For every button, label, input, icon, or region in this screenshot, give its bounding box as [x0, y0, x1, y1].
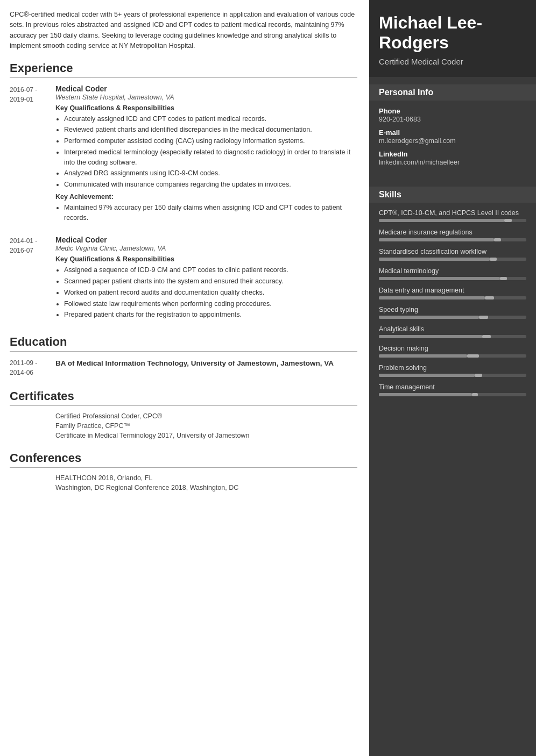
- skill-bar-fill: [379, 335, 482, 338]
- skill-bar-fill: [379, 374, 475, 377]
- phone-label: Phone: [379, 107, 526, 115]
- conf-spacer: [10, 474, 55, 482]
- cert-text: Family Practice, CFPC™: [55, 422, 130, 430]
- skill-bar-bg: [379, 316, 526, 319]
- skill-name: Data entry and management: [379, 287, 526, 294]
- job-title: Medical Coder: [55, 236, 357, 244]
- skill-bar-fill: [379, 393, 472, 396]
- phone-value: 920-201-0683: [379, 116, 526, 123]
- qual-heading: Key Qualifications & Responsibilities: [55, 104, 357, 112]
- skill-bar-accent: [482, 335, 491, 338]
- conferences-section: Conferences HEALTHCON 2018, Orlando, FLW…: [10, 451, 357, 491]
- skill-bar-accent: [500, 277, 507, 280]
- bullet-item: Interpreted medical terminology (especia…: [64, 147, 357, 168]
- resume-container: CPC®-certified medical coder with 5+ yea…: [0, 0, 536, 756]
- education-section: Education 2011-09 - 2014-06BA of Medical…: [10, 335, 357, 377]
- skill-bar-accent: [472, 393, 478, 396]
- certificates-list: Certified Professional Coder, CPC®Family…: [10, 412, 357, 439]
- skill-bar-bg: [379, 393, 526, 396]
- education-item: 2011-09 - 2014-06BA of Medical Informati…: [10, 358, 357, 377]
- achievement-list: Maintained 97% accuracy per 150 daily cl…: [55, 203, 357, 223]
- summary-text: CPC®-certified medical coder with 5+ yea…: [10, 10, 357, 52]
- skill-name: CPT®, ICD-10-CM, and HCPCS Level II code…: [379, 209, 526, 217]
- skill-item: Problem solving: [379, 364, 526, 377]
- conf-spacer: [10, 484, 55, 491]
- skill-item: Time management: [379, 383, 526, 396]
- certificate-item: Family Practice, CFPC™: [10, 422, 357, 430]
- skill-bar-bg: [379, 219, 526, 222]
- skill-name: Decision making: [379, 345, 526, 352]
- skill-bar-bg: [379, 238, 526, 241]
- achievement-item: Maintained 97% accuracy per 150 daily cl…: [64, 203, 357, 223]
- bullet-list: Assigned a sequence of ICD-9 CM and CPT …: [55, 265, 357, 320]
- conference-item: HEALTHCON 2018, Orlando, FL: [10, 474, 357, 482]
- skills-title: Skills: [369, 187, 536, 203]
- bullet-item: Analyzed DRG assignments using ICD-9-CM …: [64, 168, 357, 179]
- skill-item: Speed typing: [379, 306, 526, 319]
- bullet-item: Assigned a sequence of ICD-9 CM and CPT …: [64, 265, 357, 275]
- right-column: Michael Lee-Rodgers Certified Medical Co…: [369, 0, 536, 756]
- bullet-item: Communicated with insurance companies re…: [64, 180, 357, 190]
- bullet-list: Accurately assigned ICD and CPT codes to…: [55, 114, 357, 190]
- certificates-title: Certificates: [10, 389, 357, 406]
- certificates-section: Certificates Certified Professional Code…: [10, 389, 357, 439]
- linkedin-value: linkedin.com/in/michaelleer: [379, 159, 526, 166]
- skill-item: Analytical skills: [379, 325, 526, 338]
- personal-info-title: Personal Info: [369, 84, 536, 101]
- experience-section: Experience 2016-07 - 2019-01Medical Code…: [10, 61, 357, 324]
- conferences-list: HEALTHCON 2018, Orlando, FLWashington, D…: [10, 474, 357, 491]
- bullet-item: Accurately assigned ICD and CPT codes to…: [64, 114, 357, 124]
- skill-bar-fill: [379, 219, 504, 222]
- experience-title: Experience: [10, 61, 357, 78]
- linkedin-label: LinkedIn: [379, 150, 526, 158]
- certificate-item: Certified Professional Coder, CPC®: [10, 412, 357, 420]
- skill-bar-fill: [379, 354, 467, 358]
- bullet-item: Reviewed patient charts and identified d…: [64, 125, 357, 135]
- edu-degree: BA of Medical Information Technology, Un…: [55, 358, 357, 369]
- skill-name: Problem solving: [379, 364, 526, 372]
- certificate-item: Certificate in Medical Terminology 2017,…: [10, 432, 357, 439]
- edu-dates: 2011-09 - 2014-06: [10, 358, 55, 377]
- skill-item: Decision making: [379, 345, 526, 358]
- skill-name: Medicare insurance regulations: [379, 229, 526, 236]
- bullet-item: Followed state law requirements when per…: [64, 299, 357, 309]
- skill-bar-bg: [379, 277, 526, 280]
- skill-bar-fill: [379, 296, 485, 299]
- conferences-title: Conferences: [10, 451, 357, 468]
- experience-item: 2016-07 - 2019-01Medical CoderWestern St…: [10, 84, 357, 226]
- cert-text: Certified Professional Coder, CPC®: [55, 412, 162, 420]
- skill-bar-accent: [475, 374, 482, 377]
- person-title: Certified Medical Coder: [379, 57, 526, 66]
- skill-bar-accent: [467, 354, 479, 358]
- skill-bar-accent: [494, 238, 502, 241]
- skill-bar-bg: [379, 258, 526, 261]
- skill-bar-bg: [379, 354, 526, 358]
- exp-content: Medical CoderMedic Virginia Clinic, Jame…: [55, 236, 357, 323]
- skill-bar-accent: [490, 258, 497, 261]
- skill-item: CPT®, ICD-10-CM, and HCPCS Level II code…: [379, 209, 526, 222]
- cert-spacer: [10, 422, 55, 430]
- skill-name: Time management: [379, 383, 526, 391]
- person-name: Michael Lee-Rodgers: [379, 13, 526, 53]
- skill-bar-fill: [379, 277, 500, 280]
- edu-content: BA of Medical Information Technology, Un…: [55, 358, 357, 377]
- bullet-item: Performed computer assisted coding (CAC)…: [64, 136, 357, 146]
- skill-bar-fill: [379, 258, 490, 261]
- cert-spacer: [10, 412, 55, 420]
- skills-section: Skills CPT®, ICD-10-CM, and HCPCS Level …: [369, 179, 536, 410]
- personal-info-section: Personal Info Phone 920-201-0683 E-mail …: [369, 77, 536, 179]
- email-label: E-mail: [379, 129, 526, 137]
- skill-item: Medical terminology: [379, 267, 526, 280]
- bullet-item: Prepared patient charts for the registra…: [64, 310, 357, 320]
- skill-name: Analytical skills: [379, 325, 526, 333]
- skill-bar-accent: [504, 219, 512, 222]
- skill-bar-bg: [379, 335, 526, 338]
- conf-text: Washington, DC Regional Conference 2018,…: [55, 484, 238, 491]
- skill-bar-fill: [379, 316, 479, 319]
- experience-item: 2014-01 - 2016-07Medical CoderMedic Virg…: [10, 236, 357, 323]
- job-company: Western State Hospital, Jamestown, VA: [55, 94, 357, 101]
- skill-name: Medical terminology: [379, 267, 526, 275]
- skill-bar-bg: [379, 296, 526, 299]
- achievement-heading: Key Achievement:: [55, 193, 357, 201]
- email-value: m.leerodgers@gmail.com: [379, 137, 526, 145]
